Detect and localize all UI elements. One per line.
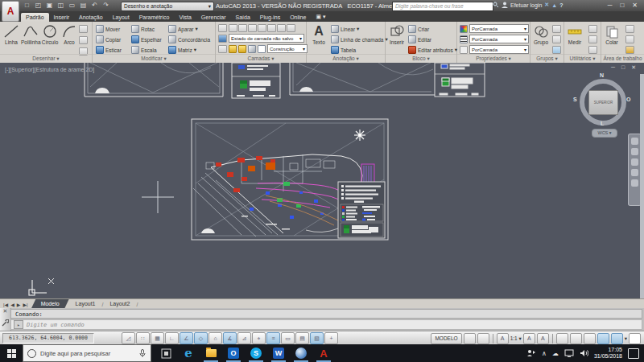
tab-saida[interactable]: Saída — [231, 13, 255, 22]
model-space-button[interactable]: MODELO — [431, 333, 461, 344]
ribbon-minimize-icon[interactable]: ▣ ▾ — [311, 12, 330, 22]
osnap3d-toggle[interactable]: ⌂ — [208, 332, 222, 344]
stretch-button[interactable]: Esticar — [96, 46, 122, 54]
showmotion-icon[interactable] — [631, 179, 638, 187]
action-center-icon[interactable] — [628, 348, 639, 359]
ungroup-icon[interactable] — [552, 25, 561, 33]
table-button[interactable]: Tabela — [331, 46, 356, 54]
coordinates-readout[interactable]: 613.3626, 64.6004, 0.0000 — [2, 333, 94, 343]
prev-layout-icon[interactable]: ◀ — [10, 302, 14, 307]
ducs-toggle[interactable]: ⊿ — [237, 332, 251, 344]
am-toggle[interactable]: + — [324, 332, 338, 344]
group-edit-icon[interactable] — [552, 35, 561, 43]
layer-freeze-icon[interactable] — [238, 24, 247, 32]
close-button[interactable]: ✕ — [632, 2, 638, 9]
taskbar-app-outlook[interactable]: O — [222, 344, 245, 362]
layer-off-icon[interactable] — [267, 24, 276, 32]
tab-layout[interactable]: Layout — [108, 13, 134, 22]
arc-button[interactable]: Arco — [60, 23, 79, 45]
taskbar-app-edge[interactable]: e — [177, 344, 200, 362]
id-point-icon[interactable] — [588, 46, 597, 54]
layer-unlock-icon[interactable] — [287, 24, 295, 32]
tab-inserir[interactable]: Inserir — [49, 13, 74, 22]
edit-block-button[interactable]: Editar — [408, 35, 431, 43]
cloud-icon[interactable]: ☁ — [552, 350, 559, 357]
tray-settings-icon[interactable] — [611, 333, 623, 344]
trim-button[interactable]: Aparar ▾ — [168, 25, 198, 33]
redo-icon[interactable]: ↷ — [101, 2, 110, 10]
application-menu-button[interactable]: A — [2, 1, 19, 22]
taskbar-app-word[interactable]: W — [267, 344, 290, 362]
tpy-toggle[interactable]: ▭ — [281, 332, 295, 344]
start-button[interactable] — [0, 344, 23, 362]
layer-properties-icon[interactable] — [218, 24, 227, 32]
new-icon[interactable]: □ — [23, 2, 31, 10]
save-as-icon[interactable]: ◫ — [56, 2, 65, 10]
orbit-icon[interactable] — [631, 169, 638, 176]
vertical-scrollbar[interactable] — [640, 74, 644, 298]
circle-button[interactable]: Círculo — [40, 23, 60, 45]
annotation-scale-value[interactable]: 1:1 ▾ — [510, 335, 522, 342]
viewport-controls[interactable]: [-][Superior][Estrutura de arame 2D] — [5, 67, 94, 72]
tab-padrao[interactable]: Padrão — [21, 13, 49, 22]
layer-prev-icon[interactable] — [218, 45, 227, 53]
wcs-dropdown[interactable]: WCS ▾ — [592, 129, 617, 138]
undo-icon[interactable]: ↶ — [90, 2, 99, 10]
lineweight-control[interactable]: PorCamada▾ — [460, 35, 529, 43]
layer-on-icon[interactable] — [229, 24, 237, 32]
tab-gerenciar[interactable]: Gerenciar — [196, 13, 231, 22]
lightbulb-icon[interactable] — [229, 45, 237, 53]
taskbar-app-autocad[interactable]: A — [312, 344, 335, 362]
scale-button[interactable]: Escala — [131, 46, 157, 54]
next-layout-icon[interactable]: ▶ — [17, 302, 21, 307]
help-search-input[interactable]: Digite palavra-chave ou frase — [392, 2, 493, 11]
command-tools-icon[interactable] — [2, 319, 9, 327]
first-layout-icon[interactable]: |◀ — [3, 302, 8, 307]
command-history[interactable]: Comando: — [10, 309, 642, 319]
compass-west[interactable]: O — [626, 97, 630, 102]
mirror-button[interactable]: Espelhar — [131, 35, 162, 43]
zoom-extents-icon[interactable] — [631, 158, 638, 166]
autoscale-icon[interactable]: A — [537, 333, 549, 344]
ellipse-icon[interactable] — [79, 36, 88, 44]
rotate-button[interactable]: Rotac — [131, 25, 155, 33]
task-view-button[interactable] — [155, 344, 177, 362]
tab-vista[interactable]: Vista — [174, 13, 196, 22]
polar-toggle[interactable]: ∠ — [180, 332, 193, 344]
panel-label-desenhar[interactable]: Desenhar ▾ — [0, 54, 92, 63]
text-button[interactable]: A Texto — [309, 23, 328, 45]
annotation-visibility-icon[interactable]: A — [523, 333, 535, 344]
taskbar-app-skype[interactable]: S — [245, 344, 267, 362]
layer-dropdown[interactable]: Construção▾ — [267, 44, 308, 53]
create-block-button[interactable]: Criar — [408, 25, 429, 33]
help-icon[interactable]: ? — [559, 2, 563, 8]
isolate-objects-icon[interactable] — [584, 333, 596, 344]
otrack-toggle[interactable]: ∡ — [223, 332, 237, 344]
command-close-icon[interactable]: ✕ — [3, 308, 8, 314]
panel-label-utilitarios[interactable]: Utilitários ▾ — [564, 54, 601, 63]
copy-base-icon[interactable] — [625, 46, 634, 54]
lwt-toggle[interactable]: ≡ — [266, 332, 280, 344]
panel-label-camadas[interactable]: Camadas ▾ — [216, 54, 306, 63]
color-control[interactable]: PorCamada▾ — [460, 24, 529, 33]
workspace-dropdown[interactable]: Desenho e anotação ▾ — [121, 2, 214, 11]
tab-online[interactable]: Online — [285, 13, 311, 22]
linear-dim-button[interactable]: Linear ▾ — [331, 25, 359, 33]
taskbar-clock[interactable]: 17:05 31/05/2018 — [594, 347, 622, 360]
fillet-button[interactable]: Concordância — [168, 35, 210, 43]
doc-minimize-button[interactable]: ─ — [611, 64, 615, 71]
sun-icon[interactable] — [238, 45, 246, 53]
maximize-button[interactable]: □ — [620, 2, 624, 9]
grid-toggle[interactable]: ▦ — [151, 332, 164, 344]
panel-label-modificar[interactable]: Modificar ▾ — [93, 54, 215, 63]
compass-east[interactable]: L — [601, 121, 604, 126]
viewcube-face[interactable]: SUPERIOR — [588, 90, 618, 115]
insert-block-button[interactable]: Inserir — [387, 23, 407, 45]
taskbar-search-input[interactable]: Digite aqui para pesquisar — [23, 344, 151, 362]
tab-plugins[interactable]: Plug-ins — [255, 13, 285, 22]
copy-button[interactable]: Copiar — [96, 35, 121, 43]
infer-toggle[interactable]: ◿ — [122, 332, 135, 344]
panel-label-area-trabalho[interactable]: Área de trabalho — [601, 54, 644, 63]
leader-button[interactable]: Linha de chamada ▾ — [331, 35, 388, 43]
polyline-button[interactable]: Polilinha — [21, 23, 40, 45]
